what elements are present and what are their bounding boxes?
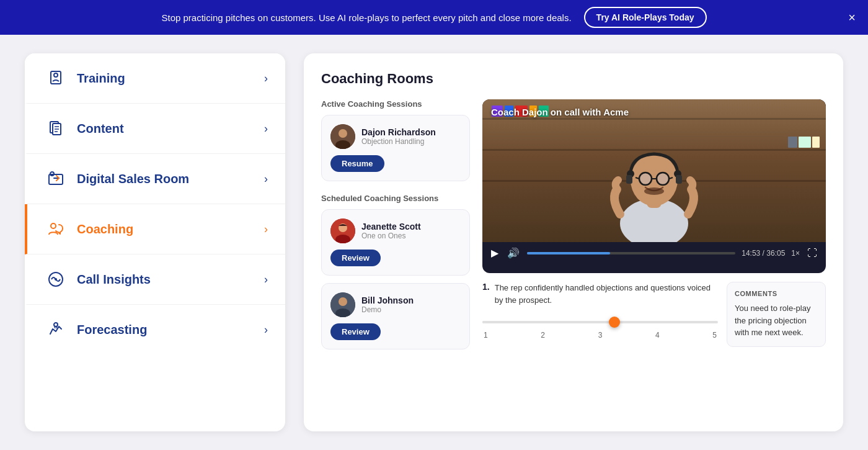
banner-text: Stop practicing pitches on customers. Us… (161, 12, 571, 23)
video-progress-fill (527, 252, 610, 254)
active-sessions-section: Active Coaching Sessions (321, 99, 470, 181)
coaching-rooms-body: Active Coaching Sessions (321, 99, 826, 414)
content-icon (45, 117, 67, 140)
video-controls: ▶ 🔊 14:53 / 36:05 1× ⛶ (482, 242, 826, 264)
digital-sales-room-icon (45, 168, 67, 190)
digital-sales-room-arrow: › (264, 173, 268, 186)
left-navigation: Training › Content › (25, 53, 285, 431)
video-speed[interactable]: 1× (791, 249, 800, 258)
active-sessions-label: Active Coaching Sessions (321, 99, 470, 109)
scheduled-sessions-label: Scheduled Coaching Sessions (321, 194, 470, 203)
feedback-item-text: The rep confidently handled objections a… (495, 282, 718, 306)
session-person-dajon: Dajon Richardson Objection Handling (330, 124, 461, 149)
avatar-dajon (330, 124, 355, 149)
score-thumb[interactable] (609, 317, 620, 328)
jeanette-info: Jeanette Scott One on Ones (361, 222, 421, 240)
svg-point-24 (631, 154, 678, 206)
score-track (482, 321, 718, 323)
call-insights-icon (45, 268, 67, 290)
svg-rect-33 (626, 175, 632, 184)
scheduled-sessions-section: Scheduled Coaching Sessions (321, 194, 470, 349)
score-fill (482, 321, 624, 323)
video-thumbnail: Coach Dajon on call with Acme (482, 99, 826, 242)
video-panel: Coach Dajon on call with Acme ▶ 🔊 14:53 … (482, 99, 826, 414)
comments-box: COMMENTS You need to role-play the prici… (727, 282, 826, 347)
svg-point-30 (644, 187, 664, 195)
video-time: 14:53 / 36:05 (742, 249, 785, 258)
svg-point-26 (657, 173, 669, 185)
training-arrow: › (264, 72, 268, 85)
scheduled-session-card-bill: Bill Johnson Demo Review (321, 283, 470, 349)
bill-review-button[interactable]: Review (330, 323, 381, 340)
score-label-2: 2 (541, 331, 545, 340)
coaching-icon (45, 218, 67, 240)
training-icon (45, 67, 67, 89)
coaching-label: Coaching (77, 222, 264, 236)
dajon-name: Dajon Richardson (361, 127, 436, 137)
training-label: Training (77, 71, 264, 86)
call-insights-arrow: › (264, 273, 268, 286)
video-container: Coach Dajon on call with Acme ▶ 🔊 14:53 … (482, 99, 826, 273)
sidebar-item-coaching[interactable]: Coaching › (25, 204, 285, 254)
forecasting-label: Forecasting (77, 323, 264, 337)
feedback-section: 1. The rep confidently handled objection… (482, 282, 826, 347)
svg-point-25 (639, 173, 652, 185)
feedback-header: 1. The rep confidently handled objection… (482, 282, 718, 312)
score-labels: 1 2 3 4 5 (482, 331, 718, 340)
coaching-arrow: › (264, 223, 268, 236)
banner-close-button[interactable]: × (848, 11, 856, 24)
dajon-info: Dajon Richardson Objection Handling (361, 127, 436, 146)
jeanette-role: One on Ones (361, 232, 421, 240)
svg-point-1 (54, 73, 58, 77)
sidebar-item-training[interactable]: Training › (25, 53, 285, 104)
scheduled-session-card-jeanette: Jeanette Scott One on Ones Review (321, 209, 470, 276)
forecasting-icon (45, 318, 67, 341)
svg-point-14 (339, 129, 347, 138)
comments-label: COMMENTS (735, 290, 818, 297)
jeanette-review-button[interactable]: Review (330, 250, 381, 266)
comments-text: You need to role-play the pricing object… (735, 302, 818, 339)
forecasting-arrow: › (264, 323, 268, 336)
feedback-number: 1. (482, 282, 490, 308)
score-label-4: 4 (655, 331, 660, 340)
session-person-jeanette: Jeanette Scott One on Ones (330, 218, 461, 243)
avatar-jeanette (330, 218, 355, 243)
dajon-role: Objection Handling (361, 137, 436, 146)
sessions-panel: Active Coaching Sessions (321, 99, 470, 414)
jeanette-name: Jeanette Scott (361, 222, 421, 232)
call-insights-label: Call Insights (77, 272, 264, 287)
svg-point-12 (54, 323, 58, 326)
svg-point-11 (55, 278, 57, 281)
svg-point-20 (339, 297, 347, 306)
coaching-rooms-title: Coaching Rooms (321, 71, 826, 87)
fullscreen-button[interactable]: ⛶ (806, 248, 818, 259)
session-person-bill: Bill Johnson Demo (330, 292, 461, 317)
svg-rect-34 (676, 175, 682, 184)
active-session-card-dajon: Dajon Richardson Objection Handling Resu… (321, 115, 470, 181)
score-slider[interactable] (482, 316, 718, 328)
video-current-time: 14:53 (742, 249, 760, 258)
volume-button[interactable]: 🔊 (506, 247, 521, 259)
sidebar-item-digital-sales-room[interactable]: Digital Sales Room › (25, 154, 285, 204)
bill-role: Demo (361, 305, 414, 314)
dajon-resume-button[interactable]: Resume (330, 155, 384, 172)
sidebar-item-call-insights[interactable]: Call Insights › (25, 254, 285, 305)
video-overlay-text: Coach Dajon on call with Acme (491, 107, 629, 117)
score-label-5: 5 (712, 331, 717, 340)
score-label-1: 1 (484, 331, 488, 340)
main-layout: Training › Content › (0, 35, 868, 450)
feedback-score-area: 1. The rep confidently handled objection… (482, 282, 718, 347)
video-progress-bar[interactable] (527, 252, 735, 254)
score-label-3: 3 (598, 331, 603, 340)
svg-point-9 (51, 223, 56, 228)
content-arrow: › (264, 122, 268, 135)
content-label: Content (77, 122, 264, 136)
bill-info: Bill Johnson Demo (361, 295, 414, 314)
video-total-time: 36:05 (766, 249, 785, 258)
digital-sales-room-label: Digital Sales Room (77, 172, 264, 186)
sidebar-item-content[interactable]: Content › (25, 104, 285, 154)
banner-cta-button[interactable]: Try AI Role-Plays Today (584, 7, 707, 28)
sidebar-item-forecasting[interactable]: Forecasting › (25, 305, 285, 354)
avatar-bill (330, 292, 355, 317)
play-button[interactable]: ▶ (490, 247, 500, 259)
